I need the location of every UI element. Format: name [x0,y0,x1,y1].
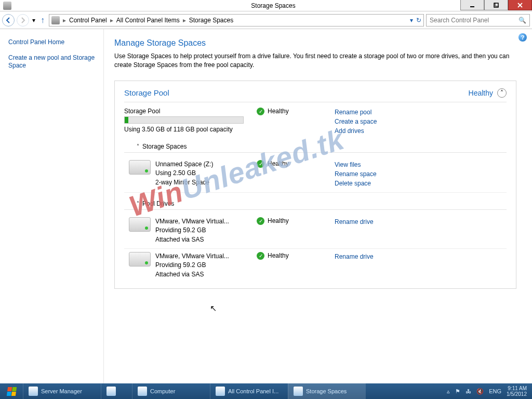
page-title: Manage Storage Spaces [114,38,516,48]
collapse-button[interactable]: ˄ [497,88,507,98]
history-dropdown[interactable]: ▾ [31,17,36,24]
help-icon[interactable]: ? [518,33,527,42]
chevron-right-icon: ▸ [183,17,186,24]
chevron-up-icon: ˄ [137,143,139,149]
taskbar-item[interactable]: All Control Panel I... [210,383,288,399]
tray-clock[interactable]: 9:11 AM 1/5/2012 [507,385,527,397]
window-controls [460,0,532,10]
taskbar-label: Computer [150,388,175,394]
taskbar-item[interactable] [101,383,132,399]
breadcrumb-root[interactable]: Control Panel [67,17,109,24]
drive-icon [129,252,151,267]
taskbar-item[interactable]: Server Manager [23,383,101,399]
space-row: Unnamed Space (Z:) Using 2.50 GB 2-way M… [124,157,507,193]
address-bar[interactable]: ▸ Control Panel ▸ All Control Panel Item… [49,14,424,26]
rename-pool-link[interactable]: Rename pool [335,108,507,117]
drive-name: VMware, VMware Virtual... [155,217,257,226]
add-drives-link[interactable]: Add drives [335,126,507,136]
drives-header-label: Pool Drives [142,200,174,207]
create-space-link[interactable]: Create a space [335,117,507,126]
page-description: Use Storage Spaces to help protect yours… [114,52,516,70]
drive-icon [129,160,151,175]
rename-drive-link[interactable]: Rename drive [335,217,374,227]
chevron-up-icon: ˄ [500,89,503,97]
tray-up-icon[interactable]: ▵ [447,388,450,395]
space-usage: Using 2.50 GB [155,169,257,178]
address-dropdown-icon[interactable]: ▾ [410,17,413,24]
taskbar-label: Storage Spaces [306,388,347,394]
drives-section-header[interactable]: ˄ Pool Drives [124,197,507,210]
app-icon [3,2,11,10]
taskbar: Server Manager Computer All Control Pane… [0,383,532,399]
drive-row: VMware, VMware Virtual... Providing 59.2… [124,214,507,249]
storage-pool-panel: Storage Pool Healthy ˄ Storage Pool Usin… [114,81,516,289]
drive-health: Healthy [268,252,289,259]
forward-button[interactable] [17,14,29,26]
pool-health: Healthy [268,108,289,115]
tray-language[interactable]: ENG [489,388,501,394]
tray-flag-icon[interactable]: ⚑ [455,388,460,395]
pool-usage: Using 3.50 GB of 118 GB pool capacity [124,126,257,133]
drive-name: VMware, VMware Virtual... [155,252,257,261]
rename-drive-link[interactable]: Rename drive [335,252,374,261]
sidebar-create-link[interactable]: Create a new pool and Storage Space [8,54,95,70]
panel-title: Storage Pool [124,88,169,97]
start-button[interactable] [0,383,23,399]
breadcrumb-mid[interactable]: All Control Panel Items [114,17,182,24]
panel-status: Healthy [469,89,493,97]
drive-row: VMware, VMware Virtual... Providing 59.2… [124,249,507,283]
health-ok-icon: ✓ [257,252,264,260]
health-ok-icon: ✓ [257,108,264,115]
space-health: Healthy [268,160,289,167]
spaces-section-header[interactable]: ˄ Storage Spaces [124,140,507,153]
minimize-button[interactable] [460,0,484,10]
app-icon [107,387,116,396]
drive-icon [129,217,151,232]
app-icon [29,387,38,396]
sidebar: Control Panel Home Create a new pool and… [0,29,104,383]
main-content: ? Manage Storage Spaces Use Storage Spac… [104,29,532,383]
drive-providing: Providing 59.2 GB [155,226,257,235]
rename-space-link[interactable]: Rename space [335,169,377,179]
sidebar-home-link[interactable]: Control Panel Home [8,38,95,47]
tray-date: 1/5/2012 [507,391,527,397]
health-ok-icon: ✓ [257,217,264,225]
drive-attached: Attached via SAS [155,235,257,244]
title-bar: Storage Spaces [0,0,532,11]
app-icon [294,387,303,396]
spaces-header-label: Storage Spaces [142,143,187,150]
view-files-link[interactable]: View files [335,160,377,169]
drive-attached: Attached via SAS [155,270,257,279]
pool-name: Storage Pool [124,108,257,115]
app-icon [216,387,225,396]
taskbar-item-active[interactable]: Storage Spaces [288,383,366,399]
breadcrumb-leaf[interactable]: Storage Spaces [187,17,235,24]
up-button[interactable]: ↑ [41,16,45,25]
close-button[interactable] [508,0,532,10]
search-box[interactable]: 🔍 [426,14,530,26]
taskbar-label: All Control Panel I... [228,388,278,394]
taskbar-label: Server Manager [41,388,82,394]
back-button[interactable] [2,14,15,26]
nav-bar: ▾ ↑ ▸ Control Panel ▸ All Control Panel … [0,11,532,29]
system-tray: ▵ ⚑ 🖧 🔇 ENG 9:11 AM 1/5/2012 [442,385,532,397]
space-name: Unnamed Space (Z:) [155,160,257,169]
pool-progress [124,116,244,124]
chevron-up-icon: ˄ [137,201,139,206]
location-icon [51,16,60,24]
chevron-right-icon: ▸ [63,17,66,24]
taskbar-item[interactable]: Computer [132,383,210,399]
refresh-icon[interactable]: ↻ [416,17,421,24]
tray-time: 9:11 AM [507,385,527,391]
tray-volume-icon[interactable]: 🔇 [476,388,484,395]
chevron-right-icon: ▸ [110,17,113,24]
tray-network-icon[interactable]: 🖧 [466,388,471,394]
drive-health: Healthy [268,217,289,224]
app-icon [138,387,147,396]
search-input[interactable] [430,17,518,24]
maximize-button[interactable] [484,0,508,10]
search-icon[interactable]: 🔍 [518,17,526,24]
space-type: 2-way Mirror Space [155,178,257,187]
window-title: Storage Spaces [15,2,532,9]
delete-space-link[interactable]: Delete space [335,179,377,188]
